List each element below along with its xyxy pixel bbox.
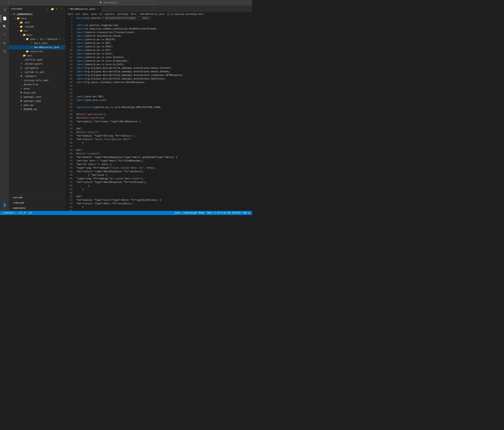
line-number-31: 31 [65, 123, 72, 127]
line-number-35: 35 [65, 138, 72, 141]
devfile-icon: ! [19, 59, 23, 61]
line-number-45: 45 [65, 173, 72, 177]
status-branch[interactable]: ⎇ master ↻ [1, 211, 16, 215]
status-remote[interactable]: ⇌ 0 [28, 211, 32, 215]
chevron-vscode: › [17, 26, 19, 28]
tree-item-main[interactable]: ▾ 📁 main [9, 33, 65, 37]
tab-heroresource[interactable]: J HeroResource.java × [65, 6, 102, 12]
tooltip-text: /projects/hero/src/main [105, 17, 136, 19]
tree-item-heroresource[interactable]: J HeroResource.java [9, 45, 65, 49]
code-line-34: "kw">public "type">String "fn">hello() { [76, 134, 252, 138]
breadcrumb-src[interactable]: src [76, 13, 80, 16]
line-number-6: 6 [65, 34, 72, 38]
breadcrumb-io[interactable]: io [99, 13, 102, 16]
tree-item-vscode[interactable]: › 📁 .vscode [9, 25, 65, 29]
tree-item-openapi-json[interactable]: {} openapi.json [9, 95, 65, 99]
refresh-button[interactable]: ↻ [55, 7, 59, 11]
tree-item-test[interactable]: › 📁 test [9, 53, 65, 58]
tree-item-dockerignore[interactable]: ■ .dockerignore [9, 62, 65, 66]
code-line-54: } [76, 205, 252, 209]
code-line-43: "type">Log."fn">debugf("Found random her… [76, 166, 252, 170]
breadcrumb-filename[interactable]: JHeroResource.java [139, 13, 164, 16]
tree-item-workspace[interactable]: ▾ ⊓ (WORKSPACE) [9, 12, 65, 16]
tree-item-mvnw-cmd[interactable]: ■ mvnw.cmd [9, 91, 65, 95]
mvnw-cmd-label: mvnw.cmd [24, 91, 64, 94]
line-number-44: 44 [65, 170, 72, 173]
line-number-38: 38 [65, 148, 72, 152]
collapse-button[interactable]: ⋯ [59, 7, 63, 11]
code-line-40: "kw">public "type">RestResponse<"type">H… [76, 156, 252, 159]
activity-git[interactable] [1, 31, 8, 39]
line-number-39: 39 [65, 152, 72, 156]
breadcrumb-java[interactable]: java [91, 13, 97, 16]
tree-item-mvnw[interactable]: ► mvnw [9, 87, 65, 91]
breadcrumb-hero[interactable]: hero [68, 13, 73, 16]
activity-menu[interactable]: ☰ [1, 6, 8, 14]
hero-label: hero [21, 17, 64, 20]
breadcrumb-main[interactable]: main [83, 13, 88, 16]
line-number-33: 33 [65, 131, 72, 134]
tree-item-hero[interactable]: ▾ 📁 hero [9, 16, 65, 20]
remote-icon: ⇌ [28, 212, 30, 214]
outline-panel-header[interactable]: › OUTLINE [9, 195, 65, 200]
activity-debug[interactable]: ► [1, 39, 8, 47]
tree-item-gitignore[interactable]: ◆ .gitignore [9, 66, 65, 70]
breadcrumb-workshop[interactable]: workshop [117, 13, 128, 16]
breadcrumb-namespace[interactable]: {} io.quarkus.workshop.hero [167, 13, 203, 16]
sidebar-title: EXPLORER [11, 8, 22, 10]
code-line-29: @RunOnVirtualThread [76, 116, 252, 120]
code-line-28: @Path("/api/heroes") [76, 113, 252, 116]
new-folder-button[interactable]: 📁 [50, 7, 54, 11]
code-line-20 [76, 84, 252, 88]
status-mem[interactable]: Mem: 0.76/5.64 GB 13% CPU: 809 m [207, 211, 251, 215]
line-number-54: 54 [65, 205, 72, 209]
tree-item-gitlab-ci[interactable]: ◆ .gitlab-ci.yml [9, 70, 65, 74]
status-errors[interactable]: ✕ 0 ⚠ 0 [18, 211, 26, 215]
sidebar: EXPLORER + 📁 ↻ ⋯ ▾ ⊓ (WORKSPACE) ▾ 📁 her… [9, 6, 65, 211]
breadcrumb-herohero[interactable]: hero [131, 13, 136, 16]
line-number-11: 11 [65, 52, 72, 56]
line-number-24: 24 [65, 98, 72, 102]
activity-explorer[interactable]: 📄 [1, 15, 8, 22]
outline-label: OUTLINE [13, 197, 23, 199]
tree-item-openapi-yaml[interactable]: ■ openapi.yaml [9, 99, 65, 103]
tree-item-pom[interactable]: ■ pom.xml [9, 103, 65, 107]
new-file-button[interactable]: + [46, 7, 50, 11]
breadcrumb-quarkus[interactable]: quarkus [105, 13, 114, 16]
git-icon-gitignore: ◆ [19, 66, 23, 70]
tree-item-java-path[interactable]: ▾ 📁 java / io / quarkus / workshop / her… [9, 37, 65, 41]
tree-item-catalog[interactable]: ! catalog-info.yaml [9, 78, 65, 82]
tab-label: HeroResource.java [70, 8, 95, 10]
line-number-42: 42 [65, 163, 72, 166]
back-button[interactable]: ← [1, 1, 5, 5]
mvnw-label: mvnw [24, 87, 64, 90]
tree-item-dockerfile[interactable]: ☕ Dockerfile [9, 82, 65, 87]
endpoints-label: ENDPOINTS [13, 207, 25, 209]
tree-item-hero-java[interactable]: J Hero.java [9, 41, 65, 45]
remote-count: 0 [30, 212, 32, 214]
line-number-52: 52 [65, 198, 72, 202]
timeline-panel-header[interactable]: › TIMELINE [9, 200, 65, 206]
code-line-27 [76, 109, 252, 113]
workspace-search[interactable]: 🔍 (Workspace) [98, 1, 154, 5]
code-line-18: import org.eclipse.microprofile.openapi.… [76, 77, 252, 80]
code-area[interactable]: package io.quarkus.workshop.hero; import… [75, 16, 252, 211]
activity-search[interactable]: 🔍 [1, 23, 8, 30]
status-java-mode[interactable]: Java: Lightweight Mode [174, 211, 205, 215]
tree-item-devfile[interactable]: ! .devfile.yaml [9, 58, 65, 62]
line-number-21: 21 [65, 88, 72, 91]
endpoints-panel-header[interactable]: › ENDPOINTS [9, 206, 65, 211]
tree-item-readme[interactable]: ℹ README.md [9, 107, 65, 111]
code-line-15: import org.eclipse.microprofile.openapi.… [76, 66, 252, 70]
activity-extensions[interactable]: ⧉ [1, 48, 8, 55]
java-icon-herojava: J [30, 42, 34, 44]
editor-numbers-and-code: 1234567891011121314151617181920212223242… [65, 16, 252, 211]
java-icon-heroresource: J [30, 46, 34, 49]
tree-item-mvn[interactable]: › 📁 .mvn [9, 20, 65, 25]
forward-button[interactable]: → [6, 1, 10, 5]
tree-item-resources[interactable]: › 📁 resources [9, 49, 65, 53]
tab-close-button[interactable]: × [96, 8, 99, 10]
activity-account[interactable]: 👤 [1, 201, 8, 209]
tree-item-sdkmanrc[interactable]: ■ .sdkmanrc [9, 74, 65, 78]
tree-item-src[interactable]: ▾ 📁 src [9, 29, 65, 33]
